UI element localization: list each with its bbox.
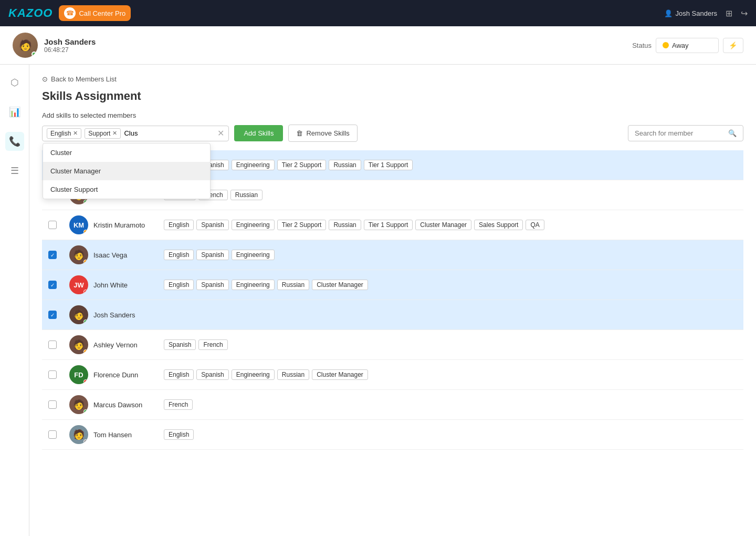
checkbox-cell: [42, 390, 63, 420]
skill-pill: Russian: [230, 190, 262, 200]
member-name-cell: 🧑Isaac Vega: [63, 240, 158, 270]
member-skills-cell: EnglishSpanishEngineeringTier 2 SupportR…: [158, 210, 743, 240]
status-indicator: [83, 319, 88, 324]
member-name: Josh Sanders: [93, 311, 135, 319]
member-name-cell: 🧑Josh Sanders: [63, 300, 158, 330]
lightning-button[interactable]: ⚡: [723, 38, 743, 53]
row-checkbox[interactable]: [48, 370, 57, 379]
back-icon: ⊙: [42, 75, 48, 83]
row-checkbox[interactable]: [48, 221, 57, 229]
member-name-cell: JWJohn White: [63, 270, 158, 300]
remove-support-tag[interactable]: ✕: [112, 130, 117, 137]
add-skills-button[interactable]: Add Skills: [234, 125, 283, 141]
sidebar-item-layers[interactable]: ⬡: [5, 73, 24, 92]
skill-pill: Cluster Manager: [415, 220, 471, 230]
table-row: ✓🧑Josh Sanders: [42, 300, 743, 330]
skill-pill: Engineering: [232, 160, 275, 170]
dropdown-item-cluster-support[interactable]: Cluster Support: [43, 180, 210, 199]
skill-pill: Tier 1 Support: [364, 220, 413, 230]
row-checkbox[interactable]: [48, 341, 57, 349]
user-header: 🧑 Josh Sanders 06:48:27 Status Away ⚡: [0, 26, 756, 65]
checkbox-cell: [42, 420, 63, 450]
row-checkbox[interactable]: ✓: [48, 251, 57, 259]
sidebar-item-chart[interactable]: 📊: [5, 102, 24, 121]
skill-pill: Cluster Manager: [312, 280, 368, 290]
skill-pill: Engineering: [232, 250, 275, 260]
skill-pill: English: [164, 250, 194, 260]
member-skills-cell: English: [158, 420, 743, 450]
top-nav: KAZOO ☎ Call Center Pro 👤 Josh Sanders ⊞…: [0, 0, 756, 26]
search-member-box[interactable]: 🔍: [628, 125, 743, 141]
skill-pill: English: [164, 369, 194, 380]
member-avatar: 🧑: [69, 305, 88, 324]
sidebar-item-phone[interactable]: 📞: [5, 132, 24, 151]
skills-text-input[interactable]: [124, 129, 212, 137]
status-value: Away: [672, 42, 689, 49]
table-row: ✓🧑Isaac VegaEnglishSpanishEngineering: [42, 240, 743, 270]
remove-english-tag[interactable]: ✕: [73, 130, 78, 137]
user-time: 06:48:27: [44, 46, 96, 54]
remove-skills-button[interactable]: 🗑 Remove Skills: [288, 125, 357, 142]
member-name-cell: FDFlorence Dunn: [63, 360, 158, 390]
checkbox-cell: ✓: [42, 300, 63, 330]
member-skills-cell: SpanishFrenchRussian: [158, 180, 743, 210]
main-content: ⊙ Back to Members List Skills Assignment…: [29, 65, 756, 536]
clear-input-button[interactable]: ✕: [217, 128, 224, 138]
row-checkbox[interactable]: [48, 430, 57, 439]
row-checkbox[interactable]: ✓: [48, 281, 57, 289]
skill-pill: French: [198, 339, 227, 350]
skill-pill: Spanish: [196, 250, 228, 260]
back-label: Back to Members List: [51, 75, 117, 83]
skill-pill: Spanish: [164, 339, 196, 350]
skill-pill: Cluster Manager: [312, 369, 368, 380]
status-indicator: [83, 409, 88, 414]
avatar-status-dot: [32, 51, 37, 57]
member-name: Tom Hansen: [93, 431, 132, 439]
status-box[interactable]: Away: [656, 38, 719, 53]
app-name: Call Center Pro: [79, 9, 125, 17]
skill-pill: QA: [526, 220, 544, 230]
kazoo-logo: KAZOO: [8, 6, 52, 20]
logout-icon[interactable]: ↪: [741, 8, 748, 18]
nav-username: Josh Sanders: [676, 9, 718, 17]
skill-pill: Spanish: [196, 369, 228, 380]
member-name: Kristin Muramoto: [93, 221, 145, 229]
table-row: FDFlorence DunnEnglishSpanishEngineering…: [42, 360, 743, 390]
member-name: Ashley Vernon: [93, 341, 138, 349]
skill-pill: French: [164, 399, 193, 410]
skill-pill: Spanish: [196, 280, 228, 290]
status-indicator: [83, 439, 88, 444]
nav-right: 👤 Josh Sanders ⊞ ↪: [664, 8, 748, 18]
status-indicator: [83, 200, 88, 204]
row-checkbox[interactable]: ✓: [48, 311, 57, 319]
skill-pill: Sales Support: [474, 220, 523, 230]
skills-input-box[interactable]: English ✕ Support ✕ ✕ Cluster Cluster Ma…: [42, 126, 229, 141]
grid-icon[interactable]: ⊞: [726, 8, 732, 18]
member-skills-cell: [158, 300, 743, 330]
member-skills-cell: French: [158, 390, 743, 420]
skill-pill: Engineering: [232, 369, 275, 380]
skill-tag-support: Support ✕: [85, 128, 121, 139]
back-link[interactable]: ⊙ Back to Members List: [42, 75, 743, 83]
dropdown-item-cluster[interactable]: Cluster: [43, 143, 210, 162]
status-indicator: [83, 349, 88, 354]
status-section: Status Away ⚡: [632, 38, 743, 53]
sidebar-item-menu[interactable]: ☰: [5, 161, 24, 180]
skill-pill: Russian: [277, 369, 309, 380]
row-checkbox[interactable]: [48, 400, 57, 409]
skills-row: English ✕ Support ✕ ✕ Cluster Cluster Ma…: [42, 125, 743, 142]
table-row: ✓JWJohn WhiteEnglishSpanishEngineeringRu…: [42, 270, 743, 300]
member-name: Marcus Dawson: [93, 401, 142, 409]
member-skills-cell: EnglishSpanishEngineeringRussianCluster …: [158, 360, 743, 390]
member-name: Isaac Vega: [93, 251, 127, 259]
remove-skills-label: Remove Skills: [306, 129, 349, 137]
table-row: 🧑Marcus DawsonFrench: [42, 390, 743, 420]
search-member-input[interactable]: [635, 129, 725, 137]
tag-label: Support: [88, 130, 110, 137]
trash-icon: 🗑: [296, 129, 303, 137]
skill-tag-english: English ✕: [47, 128, 81, 139]
status-indicator: [83, 290, 88, 294]
member-avatar: 🧑: [69, 425, 88, 444]
member-avatar: 🧑: [69, 395, 88, 414]
dropdown-item-cluster-manager[interactable]: Cluster Manager: [43, 162, 210, 180]
